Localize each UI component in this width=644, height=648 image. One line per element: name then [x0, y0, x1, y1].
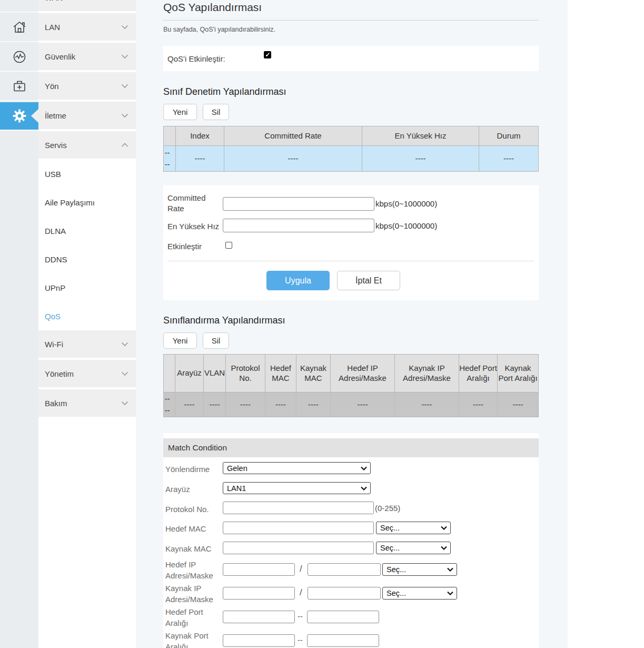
chevron-down-icon [121, 54, 128, 59]
src-mac-select[interactable]: Seç... [376, 542, 451, 554]
row-select-cell[interactable]: -- -- [164, 392, 175, 417]
row-cell: ---- [331, 392, 395, 417]
header-cell-vlan: VLAN [204, 355, 226, 392]
row-cell: ---- [226, 392, 265, 417]
src-port-label: Kaynak Port Aralığı [165, 630, 221, 648]
diagnostics-icon [12, 49, 27, 65]
dest-port-start-input[interactable] [223, 611, 295, 623]
active-notch [31, 109, 38, 123]
sidebar-item-yon[interactable]: Yön [38, 72, 136, 101]
src-port-separator: -- [298, 635, 303, 644]
sidebar-subitem-aile-paylasimi[interactable]: Aile Paylaşımı [38, 188, 136, 217]
classification-delete-button[interactable]: Sil [203, 332, 229, 349]
rail-item-settings[interactable] [0, 102, 38, 131]
header-cell-hedef-port: Hedef Port Aralığı [459, 355, 498, 392]
table-row[interactable]: -- -- ---- ---- ---- ---- [164, 145, 538, 171]
dest-mask-input[interactable] [308, 563, 381, 576]
sidebar-item-label: Yön [45, 82, 121, 91]
sidebar-item-wan[interactable]: WAN [38, 0, 136, 12]
sidebar-subitem-qos[interactable]: QoS [38, 302, 136, 330]
sidebar-item-bakim[interactable]: Bakım [38, 389, 136, 418]
match-condition-heading: Match Condition [163, 438, 539, 457]
sidebar-item-wifi[interactable]: Wi-Fi [38, 330, 136, 359]
interface-select-wrap: LAN1 [223, 482, 371, 494]
subitem-label: DLNA [45, 227, 66, 235]
sidebar-subitem-ddns[interactable]: DDNS [38, 245, 136, 273]
subitem-label: Aile Paylaşımı [45, 198, 95, 207]
header-cell-committed-rate: Committed Rate [224, 126, 362, 145]
row-cell: ---- [175, 392, 204, 417]
header-cell-durum: Durum [479, 126, 538, 145]
row-cell-durum: ---- [479, 145, 538, 171]
rail-item-diagnostics[interactable] [0, 43, 38, 72]
sidebar-item-guvenlik[interactable]: Güvenlik [38, 43, 136, 71]
classification-new-button[interactable]: Yeni [163, 332, 197, 349]
row-cell: ---- [204, 392, 226, 417]
chevron-down-icon [121, 113, 128, 118]
sidebar-item-servis[interactable]: Servis [38, 131, 136, 160]
enable-rule-label: Etkinleştir [167, 241, 202, 252]
dest-mac-select[interactable]: Seç... [376, 522, 451, 534]
table-header-row: Arayüz VLAN Protokol No. Hedef MAC Kayna… [164, 355, 538, 392]
sidebar-item-iletme[interactable]: İletme [38, 102, 136, 130]
sidebar-subitem-usb[interactable]: USB [38, 160, 136, 188]
dest-port-end-input[interactable] [307, 611, 379, 623]
classification-table: Arayüz VLAN Protokol No. Hedef MAC Kayna… [163, 354, 539, 417]
cancel-button[interactable]: İptal Et [337, 271, 400, 290]
enable-rule-checkbox[interactable] [225, 242, 232, 249]
src-port-end-input[interactable] [307, 634, 379, 647]
interface-select[interactable]: LAN1 [223, 482, 371, 494]
src-port-start-input[interactable] [223, 634, 295, 647]
src-ip-select-wrap: Seç... [382, 587, 457, 600]
row-select-cell[interactable]: -- -- [164, 145, 176, 171]
title-divider [163, 20, 539, 21]
chevron-down-icon [121, 25, 128, 30]
dest-ip-select-wrap: Seç... [382, 563, 457, 576]
protocol-input[interactable] [223, 502, 374, 514]
src-mac-input[interactable] [223, 542, 374, 554]
chevron-down-icon [121, 342, 128, 347]
src-ip-input[interactable] [223, 587, 295, 600]
src-mac-select-wrap: Seç... [376, 542, 451, 554]
header-cell-index: Index [176, 126, 224, 145]
direction-select[interactable]: Gelen [223, 462, 371, 474]
subitem-label: DDNS [45, 255, 67, 264]
qos-enable-checkbox[interactable] [264, 51, 271, 58]
dest-ip-input[interactable] [223, 563, 295, 576]
rail-item-toolbox[interactable] [0, 73, 38, 101]
class-control-delete-button[interactable]: Sil [203, 104, 229, 120]
row-cell: ---- [265, 392, 296, 417]
max-rate-input[interactable] [223, 219, 374, 232]
dest-ip-label: Hedef IP Adresi/Maske [165, 559, 221, 581]
header-cell-arayuz: Arayüz [175, 355, 204, 392]
sidebar-item-yonetim[interactable]: Yönetim [38, 360, 136, 388]
sidebar-item-lan[interactable]: LAN [38, 13, 136, 42]
class-control-heading: Sınıf Denetim Yapılandırması [163, 86, 286, 97]
row-cell-committed-rate: ---- [224, 145, 362, 171]
chevron-down-icon [121, 371, 128, 376]
protocol-suffix: (0-255) [375, 504, 400, 513]
sidebar-subitem-upnp[interactable]: UPnP [38, 273, 136, 302]
row-cell-max-rate: ---- [362, 145, 479, 171]
src-mac-label: Kaynak MAC [165, 543, 212, 554]
rail-item-home[interactable] [0, 14, 38, 42]
sidebar-item-label: Güvenlik [45, 52, 121, 61]
class-control-new-button[interactable]: Yeni [163, 104, 197, 120]
committed-rate-input[interactable] [223, 197, 374, 211]
src-mask-input[interactable] [308, 587, 381, 600]
sidebar-subitem-dlna[interactable]: DLNA [38, 217, 136, 245]
dest-mac-input[interactable] [223, 522, 374, 534]
src-ip-select[interactable]: Seç... [382, 587, 457, 600]
row-cell: ---- [498, 392, 538, 417]
direction-select-wrap: Gelen [223, 462, 371, 474]
rail-cell-empty [0, 0, 38, 13]
table-row[interactable]: -- -- ---- ---- ---- ---- ---- ---- ----… [164, 392, 538, 417]
row-cell: ---- [395, 392, 459, 417]
form-divider [167, 261, 534, 261]
header-cell-hedef-ip: Hedef IP Adresi/Maske [331, 355, 395, 392]
dest-ip-select[interactable]: Seç... [382, 563, 457, 576]
apply-button[interactable]: Uygula [266, 271, 330, 290]
header-cell-hedef-mac: Hedef MAC [265, 355, 296, 392]
chevron-down-icon [121, 84, 128, 89]
max-rate-label: En Yüksek Hız [167, 221, 225, 232]
